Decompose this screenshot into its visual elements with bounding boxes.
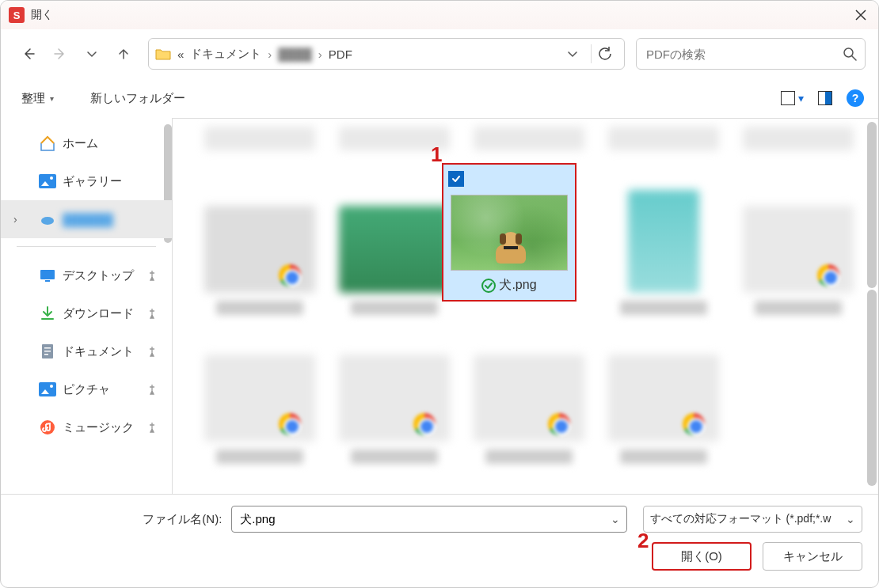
chrome-overlay-icon <box>548 413 570 435</box>
open-button[interactable]: 開く(O) <box>652 542 752 571</box>
file-thumb[interactable] <box>196 180 323 315</box>
sidebar-item-label: ピクチャ <box>63 382 110 397</box>
file-thumb[interactable] <box>466 329 592 464</box>
preview-pane-button[interactable] <box>818 91 832 105</box>
organize-label: 整理 <box>21 91 45 106</box>
filetype-label: すべての対応フォーマット (*.pdf;*.w <box>650 512 831 526</box>
chrome-overlay-icon <box>279 413 301 435</box>
music-icon <box>39 419 56 436</box>
view-grid-icon <box>781 91 795 105</box>
sync-ok-icon <box>481 279 496 293</box>
file-name-label: 犬.png <box>499 277 536 294</box>
file-thumb[interactable] <box>331 180 458 315</box>
file-thumb[interactable] <box>466 127 592 166</box>
chevron-down-icon <box>567 48 578 59</box>
pin-icon <box>146 384 158 395</box>
file-thumb[interactable] <box>196 127 323 166</box>
file-thumb[interactable] <box>600 329 727 464</box>
file-thumb[interactable] <box>331 329 458 464</box>
svg-rect-7 <box>44 354 48 355</box>
caret-down-icon: ▾ <box>798 92 804 104</box>
app-icon: S <box>9 7 25 23</box>
folder-icon <box>155 47 171 60</box>
back-button[interactable] <box>13 39 44 69</box>
svg-point-1 <box>41 217 54 225</box>
chrome-overlay-icon <box>817 264 839 286</box>
address-dropdown[interactable] <box>561 48 584 59</box>
help-icon: ? <box>852 92 859 104</box>
pictures-icon <box>39 381 56 398</box>
title-bar: S 開く <box>1 1 878 29</box>
file-thumb[interactable] <box>600 180 727 315</box>
search-input[interactable] <box>645 47 843 62</box>
gallery-icon <box>39 173 56 190</box>
arrow-left-icon <box>22 47 35 60</box>
chrome-overlay-icon <box>683 413 705 435</box>
svg-rect-5 <box>44 347 51 349</box>
navigation-row: « ドキュメント › ████ › PDF <box>1 29 878 78</box>
home-icon <box>39 135 56 152</box>
chevron-down-icon[interactable]: ⌄ <box>611 513 620 525</box>
file-pane[interactable]: 1 犬.png <box>172 118 878 494</box>
sidebar-item-label: ギャラリー <box>63 174 122 189</box>
refresh-button[interactable] <box>591 44 618 63</box>
sidebar-item-pictures[interactable]: ピクチャ <box>1 370 172 408</box>
sidebar-item-downloads[interactable]: ダウンロード <box>1 294 172 332</box>
file-thumb[interactable] <box>735 180 862 315</box>
window-title: 開く <box>31 8 53 22</box>
breadcrumb-seg-hidden[interactable]: ████ <box>278 47 312 61</box>
new-folder-button[interactable]: 新しいフォルダー <box>84 88 192 109</box>
filename-input[interactable] <box>238 512 610 527</box>
arrow-up-icon <box>117 47 130 60</box>
check-icon <box>451 174 461 184</box>
up-button[interactable] <box>108 39 139 69</box>
breadcrumb-sep: › <box>318 47 322 61</box>
filename-label: ファイル名(N): <box>17 512 223 527</box>
breadcrumb-seg-documents[interactable]: ドキュメント <box>190 47 261 62</box>
new-folder-label: 新しいフォルダー <box>90 91 185 106</box>
breadcrumb-seg-pdf[interactable]: PDF <box>329 47 352 61</box>
sidebar-item-desktop[interactable]: デスクトップ <box>1 256 172 294</box>
file-thumbnail-image <box>451 195 568 271</box>
chevron-right-icon: › <box>13 213 17 226</box>
breadcrumb[interactable]: « ドキュメント › ████ › PDF <box>177 47 352 62</box>
filetype-combo[interactable]: すべての対応フォーマット (*.pdf;*.w ⌄ <box>643 506 862 533</box>
recent-locations-button[interactable] <box>77 39 107 69</box>
svg-rect-2 <box>40 270 55 279</box>
sidebar-item-label: デスクトップ <box>63 268 134 283</box>
selection-checkbox[interactable] <box>448 171 464 187</box>
organize-button[interactable]: 整理▾ <box>15 88 60 109</box>
refresh-icon <box>598 47 612 61</box>
address-bar[interactable]: « ドキュメント › ████ › PDF <box>148 38 625 70</box>
forward-button[interactable] <box>45 39 75 69</box>
sidebar-item-label: ダウンロード <box>63 306 134 321</box>
file-thumb[interactable] <box>735 127 862 166</box>
pin-icon <box>146 270 158 281</box>
pin-icon <box>146 308 158 319</box>
arrow-right-icon <box>54 47 67 60</box>
close-button[interactable] <box>843 1 878 29</box>
help-button[interactable]: ? <box>847 89 864 107</box>
open-dialog-window: S 開く « ドキュメント › ████ <box>0 0 879 588</box>
toolbar-row: 整理▾ 新しいフォルダー ▾ ? <box>1 78 878 118</box>
sidebar-item-music[interactable]: ミュージック <box>1 408 172 446</box>
sidebar-item-gallery[interactable]: ギャラリー <box>1 162 172 200</box>
search-box[interactable] <box>636 38 866 70</box>
open-button-label: 開く(O) <box>681 549 722 564</box>
file-thumb[interactable] <box>196 329 323 464</box>
sidebar-item-home[interactable]: ホーム <box>1 124 172 162</box>
breadcrumb-sep: › <box>268 47 272 61</box>
sidebar-item-hidden[interactable]: › ██████ <box>1 200 172 238</box>
sidebar-item-label: ミュージック <box>63 420 134 435</box>
view-mode-button[interactable]: ▾ <box>781 91 804 105</box>
cancel-button[interactable]: キャンセル <box>763 542 862 571</box>
sidebar-item-label: ホーム <box>63 136 98 151</box>
file-thumb[interactable] <box>600 127 727 166</box>
sidebar: ホーム ギャラリー › ██████ デスクトップ <box>1 118 172 494</box>
sidebar-separator <box>17 246 156 247</box>
download-icon <box>39 305 56 322</box>
file-thumb-selected[interactable]: 犬.png <box>442 163 576 302</box>
chevron-down-icon[interactable]: ⌄ <box>846 513 855 525</box>
filename-combo[interactable]: ⌄ <box>231 506 626 533</box>
sidebar-item-documents[interactable]: ドキュメント <box>1 332 172 370</box>
